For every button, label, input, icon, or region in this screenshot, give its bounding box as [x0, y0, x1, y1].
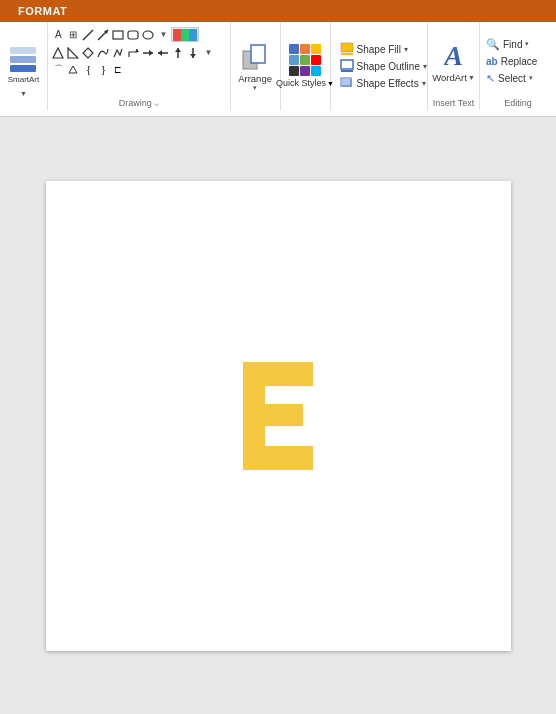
- shape-effects-arrow: ▾: [422, 79, 426, 88]
- shape-options-inner: Shape Fill ▾ Shape Outline ▾: [334, 25, 424, 107]
- svg-rect-11: [189, 29, 197, 41]
- shape-options-group: Shape Fill ▾ Shape Outline ▾: [331, 22, 428, 110]
- replace-button[interactable]: ab Replace: [483, 54, 553, 69]
- document-page[interactable]: [46, 181, 511, 651]
- line-icon[interactable]: [81, 27, 96, 42]
- format-tab-bar: FORMAT: [0, 0, 556, 22]
- select-label: Select: [498, 73, 526, 84]
- editing-buttons: 🔍 Find ▾ ab Replace ↖ Select ▾: [483, 36, 553, 87]
- select-icon: ↖: [486, 72, 495, 85]
- shape-outline-button[interactable]: Shape Outline ▾: [338, 58, 429, 74]
- shape-icon-3[interactable]: {: [81, 62, 96, 77]
- freeform-icon[interactable]: [111, 45, 126, 60]
- smartart-dropdown[interactable]: ▼: [20, 90, 27, 97]
- qs-cell-3: [311, 44, 321, 54]
- find-icon: 🔍: [486, 38, 500, 51]
- wordart-icon: A: [444, 40, 463, 72]
- textbox-icon[interactable]: A: [51, 27, 66, 42]
- editing-label: Editing: [504, 98, 532, 108]
- shape-effects-label: Shape Effects: [357, 78, 419, 89]
- select-button[interactable]: ↖ Select ▾: [483, 70, 553, 87]
- curve-icon[interactable]: [96, 45, 111, 60]
- find-button[interactable]: 🔍 Find ▾: [483, 36, 553, 53]
- shape-effects-button[interactable]: Shape Effects ▾: [338, 75, 429, 91]
- canvas-area: [0, 117, 556, 714]
- qs-cell-4: [289, 55, 299, 65]
- shapes-row-2: ▼: [51, 44, 227, 61]
- arrange-label: Arrange: [238, 73, 272, 84]
- editing-footer: Editing: [483, 97, 553, 110]
- arrow-up-icon[interactable]: [171, 45, 186, 60]
- shapes-more-icon[interactable]: ⊞: [66, 27, 81, 42]
- qs-cell-1: [289, 44, 299, 54]
- e-shape[interactable]: [243, 362, 313, 470]
- shape-fill-label: Shape Fill: [357, 44, 401, 55]
- svg-rect-34: [265, 404, 303, 426]
- svg-rect-7: [128, 31, 138, 39]
- diamond-icon[interactable]: [81, 45, 96, 60]
- quick-styles-button[interactable]: Quick Styles ▼: [285, 42, 325, 90]
- shape-options-footer: [334, 107, 424, 110]
- svg-rect-28: [341, 60, 353, 69]
- arrow-icon[interactable]: [96, 27, 111, 42]
- right-triangle-icon[interactable]: [66, 45, 81, 60]
- svg-point-8: [143, 31, 153, 39]
- shape-icon-2[interactable]: [66, 62, 81, 77]
- svg-rect-35: [265, 446, 313, 470]
- rounded-rect-icon[interactable]: [126, 27, 141, 42]
- format-tab-label[interactable]: FORMAT: [8, 3, 77, 19]
- wordart-button[interactable]: A WordArt ▼: [431, 38, 477, 85]
- quick-styles-label: Quick Styles: [276, 78, 326, 88]
- ribbon-row: SmartArt ▼ A ⊞: [0, 22, 556, 116]
- shapes-expand-icon[interactable]: ▼: [156, 27, 171, 42]
- quick-styles-group: Quick Styles ▼: [281, 22, 331, 110]
- svg-marker-21: [175, 48, 181, 52]
- shapes-row-3: ⌒ { } ⊏: [51, 61, 227, 78]
- qs-cell-7: [289, 66, 299, 76]
- shape-outline-label: Shape Outline: [357, 61, 420, 72]
- smartart-inner: SmartArt ▼: [3, 25, 44, 110]
- color-swatch-icon[interactable]: [171, 27, 199, 42]
- drawing-inner: A ⊞: [51, 25, 227, 97]
- drawing-expand[interactable]: ⌵: [154, 98, 159, 108]
- arrange-group: Arrange ▾: [231, 22, 281, 110]
- find-label: Find: [503, 39, 522, 50]
- shape-icon-4[interactable]: }: [96, 62, 111, 77]
- qs-cell-8: [300, 66, 310, 76]
- svg-marker-15: [135, 49, 139, 52]
- svg-rect-29: [341, 70, 353, 72]
- connector-icon[interactable]: [126, 45, 141, 60]
- svg-rect-0: [10, 47, 36, 54]
- arrow-left-icon[interactable]: [156, 45, 171, 60]
- arrow-expand2-icon[interactable]: ▼: [201, 45, 216, 60]
- qs-cell-9: [311, 66, 321, 76]
- svg-marker-12: [53, 48, 63, 58]
- shape-fill-button[interactable]: Shape Fill ▾: [338, 41, 429, 57]
- quick-styles-footer: [284, 107, 327, 110]
- arrange-arrow: ▾: [253, 84, 257, 92]
- svg-rect-27: [341, 53, 353, 55]
- svg-rect-1: [10, 56, 36, 63]
- shape-icon-5[interactable]: ⊏: [111, 62, 126, 77]
- smartart-group: SmartArt ▼: [0, 22, 48, 110]
- rect-icon[interactable]: [111, 27, 126, 42]
- qs-cell-2: [300, 44, 310, 54]
- shape-outline-arrow: ▾: [423, 62, 427, 71]
- replace-label: Replace: [501, 56, 538, 67]
- qs-cell-5: [300, 55, 310, 65]
- arrow-right-icon[interactable]: [141, 45, 156, 60]
- svg-marker-13: [68, 48, 78, 58]
- shape-opts-list: Shape Fill ▾ Shape Outline ▾: [334, 39, 433, 93]
- shape-icon-1[interactable]: ⌒: [51, 62, 66, 77]
- arrange-button[interactable]: Arrange ▾: [234, 39, 277, 94]
- smartart-icon[interactable]: SmartArt: [3, 38, 43, 90]
- insert-text-group: A WordArt ▼ Insert Text: [428, 22, 480, 110]
- arrow-down-icon[interactable]: [186, 45, 201, 60]
- svg-marker-19: [158, 50, 162, 56]
- select-arrow: ▾: [529, 74, 533, 82]
- svg-marker-17: [149, 50, 153, 56]
- ribbon: SmartArt ▼ A ⊞: [0, 22, 556, 117]
- oval-icon[interactable]: [141, 27, 156, 42]
- triangle-icon[interactable]: [51, 45, 66, 60]
- svg-rect-6: [113, 31, 123, 39]
